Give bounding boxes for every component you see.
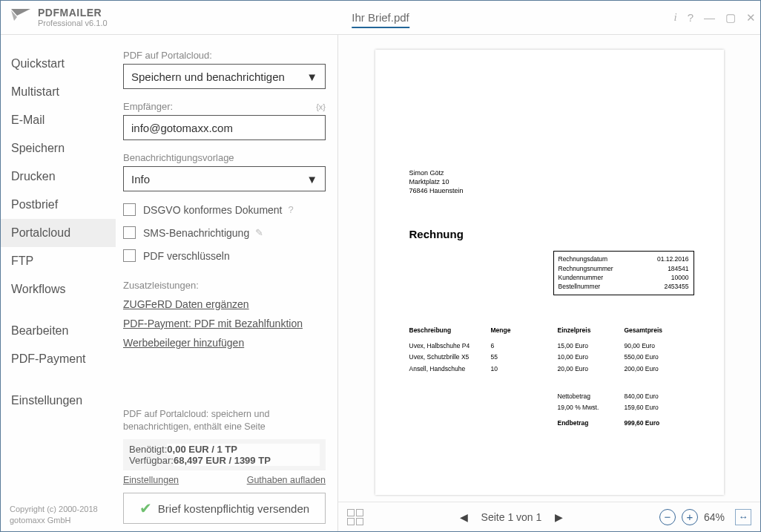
copyright: Copyright (c) 2000-2018 gotomaxx GmbH xyxy=(10,504,98,525)
app-logo-icon xyxy=(10,6,32,24)
checkbox-icon xyxy=(123,226,136,239)
app-name: PDFMAILER xyxy=(38,7,108,19)
chevron-down-icon: ▼ xyxy=(306,70,317,83)
template-select[interactable]: Info ▼ xyxy=(123,166,326,191)
fit-width-button[interactable]: ↔ xyxy=(735,509,751,525)
checkbox-icon xyxy=(123,203,136,216)
address-block: Simon Götz Marktplatz 10 76846 Hauenstei… xyxy=(409,168,694,195)
help-icon[interactable]: ? xyxy=(688,11,694,24)
page-indicator: Seite 1 von 1 xyxy=(481,511,542,523)
sidebar-item-print[interactable]: Drucken xyxy=(1,162,116,191)
sidebar-item-edit[interactable]: Bearbeiten xyxy=(1,317,116,345)
available-value: 68,497 EUR / 1399 TP xyxy=(174,455,320,466)
needed-label: Benötigt: xyxy=(129,444,167,455)
edit-icon[interactable]: ✎ xyxy=(255,227,263,238)
checkbox-sms[interactable]: SMS-Benachrichtigung ✎ xyxy=(123,226,326,239)
sidebar-item-multistart[interactable]: Multistart xyxy=(1,78,116,106)
cost-box: Benötigt: 0,00 EUR / 1 TP Verfügbar: 68,… xyxy=(123,439,326,470)
minimize-icon[interactable]: — xyxy=(704,11,715,24)
sidebar: Quickstart Multistart E-Mail Speichern D… xyxy=(1,35,116,531)
info-icon[interactable]: i xyxy=(673,11,676,24)
sidebar-item-quickstart[interactable]: Quickstart xyxy=(1,50,116,78)
placeholder-hint[interactable]: {x} xyxy=(316,102,326,111)
link-pdf-payment[interactable]: PDF-Payment: PDF mit Bezahlfunktion xyxy=(123,318,326,329)
zoom-out-button[interactable]: − xyxy=(659,509,676,525)
thumbnails-icon[interactable] xyxy=(347,509,363,525)
recipient-label: Empfänger: {x} xyxy=(123,101,326,112)
zoom-in-button[interactable]: + xyxy=(682,509,698,525)
template-value: Info xyxy=(131,173,150,185)
extras-header: Zusatzleistungen: xyxy=(123,280,326,291)
template-label: Benachrichtigungsvorlage xyxy=(123,152,326,163)
checkbox-dsgvo[interactable]: DSGVO konformes Dokument ? xyxy=(123,203,326,216)
available-label: Verfügbar: xyxy=(129,455,174,466)
preview-footer: ◀ Seite 1 von 1 ▶ − + 64% ↔ xyxy=(338,502,760,531)
pdf-page: Simon Götz Marktplatz 10 76846 Hauenstei… xyxy=(375,50,724,495)
recipient-input[interactable] xyxy=(123,115,326,140)
preview-panel: Simon Götz Marktplatz 10 76846 Hauenstei… xyxy=(338,35,760,531)
sidebar-item-save[interactable]: Speichern xyxy=(1,134,116,162)
portalcloud-value: Speichern und benachrichtigen xyxy=(131,70,285,83)
titlebar: PDFMAILER Professional v6.1.0 Ihr Brief.… xyxy=(1,1,760,35)
link-settings[interactable]: Einstellungen xyxy=(123,475,179,485)
next-page-icon[interactable]: ▶ xyxy=(555,511,563,523)
invoice-meta: Rechnungsdatum01.12.2016 Rechnungsnummer… xyxy=(553,251,694,295)
invoice-table: Beschreibung Menge Einzelpreis Gesamtpre… xyxy=(409,325,694,430)
close-icon[interactable]: ✕ xyxy=(746,11,756,24)
app-version: Professional v6.1.0 xyxy=(38,19,108,27)
zoom-value: 64% xyxy=(704,511,725,523)
sidebar-item-postbrief[interactable]: Postbrief xyxy=(1,191,116,219)
app-branding: PDFMAILER Professional v6.1.0 xyxy=(38,7,108,27)
maximize-icon[interactable]: ▢ xyxy=(725,11,736,24)
sidebar-item-workflows[interactable]: Workflows xyxy=(1,275,116,303)
portalcloud-select[interactable]: Speichern und benachrichtigen ▼ xyxy=(123,64,326,89)
prev-page-icon[interactable]: ◀ xyxy=(460,511,468,523)
help-icon[interactable]: ? xyxy=(289,204,294,215)
sidebar-item-ftp[interactable]: FTP xyxy=(1,247,116,275)
portalcloud-label: PDF auf Portalcloud: xyxy=(123,50,326,61)
sidebar-item-pdf-payment[interactable]: PDF-Payment xyxy=(1,345,116,373)
invoice-title: Rechnung xyxy=(409,228,694,240)
needed-value: 0,00 EUR / 1 TP xyxy=(167,444,320,455)
link-zugferd[interactable]: ZUGFeRD Daten ergänzen xyxy=(123,298,326,310)
send-button[interactable]: ✔ Brief kostenpflichtig versenden xyxy=(123,493,326,524)
link-topup[interactable]: Guthaben aufladen xyxy=(247,475,326,485)
link-insert[interactable]: Werbebeileger hinzufügen xyxy=(123,337,326,349)
checkbox-encrypt[interactable]: PDF verschlüsseln xyxy=(123,249,326,262)
sidebar-item-portalcloud[interactable]: Portalcloud xyxy=(1,219,116,247)
check-icon: ✔ xyxy=(139,499,152,517)
summary-text: PDF auf Portalcloud: speichern und benac… xyxy=(123,408,326,433)
document-title: Ihr Brief.pdf xyxy=(352,11,409,28)
sidebar-item-email[interactable]: E-Mail xyxy=(1,106,116,134)
checkbox-icon xyxy=(123,249,136,262)
sidebar-item-settings[interactable]: Einstellungen xyxy=(1,387,116,415)
chevron-down-icon: ▼ xyxy=(306,173,317,185)
settings-panel: PDF auf Portalcloud: Speichern und benac… xyxy=(116,35,338,531)
